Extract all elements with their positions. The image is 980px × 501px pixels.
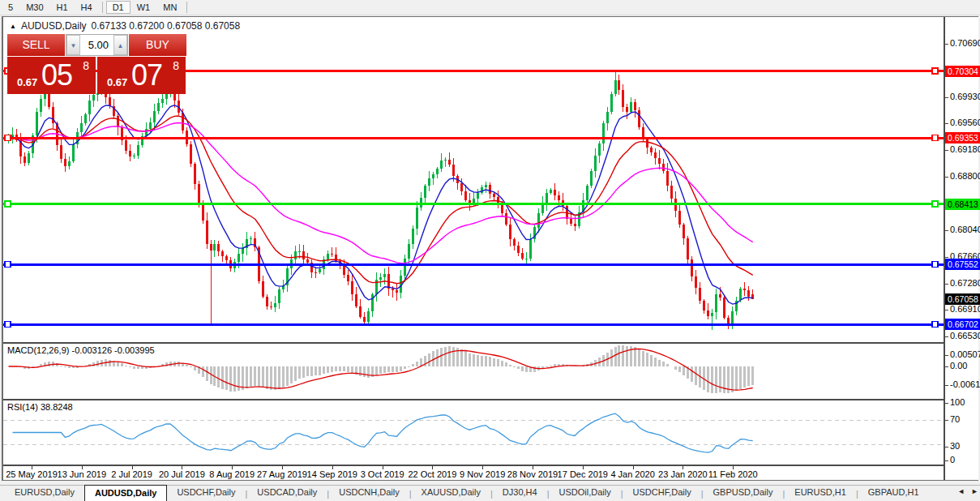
price-level-badge: 0.67058 [945, 293, 980, 305]
chart-tab-usdcnh-daily[interactable]: USDCNH,Daily [329, 485, 409, 501]
toolbar-separator [186, 2, 187, 13]
date-label: 25 May 2019 [6, 469, 58, 479]
date-label: 3 Oct 2019 [361, 469, 404, 479]
date-label: 14 Sep 2019 [307, 469, 357, 479]
axis-tick-label: 0.69930 [950, 92, 980, 102]
chart-window: ▲ AUDUSD,Daily 0.67133 0.67200 0.67058 0… [2, 16, 978, 481]
timeframe-d1[interactable]: D1 [106, 1, 131, 14]
volume-spinner: ▼ 5.00 ▲ [66, 34, 128, 56]
sell-price-display[interactable]: 0.67 05 8 [7, 57, 96, 94]
chart-tab-usdchf-daily[interactable]: USDCHF,Daily [167, 485, 245, 501]
date-label: 27 Aug 2019 [257, 469, 307, 479]
chart-tab-eurusd-h1[interactable]: EURUSD,H1 [785, 485, 856, 501]
axis-tick [945, 44, 948, 45]
date-label: 17 Dec 2019 [558, 469, 608, 479]
trading-terminal: 5M30H1H4D1W1MN ▲ AUDUSD,Daily 0.67133 0.… [0, 0, 980, 501]
date-label: 4 Jan 2020 [610, 469, 654, 479]
chart-tab-audusd-daily[interactable]: AUDUSD,Daily [84, 485, 167, 501]
tab-scroll-arrows: ◄ ► [957, 487, 978, 495]
axis-tick-label: 0.66910 [950, 304, 980, 315]
date-axis: 25 May 201913 Jun 20192 Jul 201920 Jul 2… [3, 466, 944, 480]
axis-tick [945, 460, 948, 461]
axis-tick-label: 100 [950, 397, 965, 408]
chart-tab-gbpaud-h1[interactable]: GBPAUD,H1 [858, 485, 929, 501]
collapse-icon[interactable]: ▲ [10, 23, 16, 30]
axis-tick [945, 403, 948, 404]
axis-tick-label: 0.68800 [950, 171, 980, 182]
axis-tick [945, 97, 948, 98]
buy-price-big: 07 [131, 58, 162, 92]
macd-label: MACD(12,26,9) -0.003126 -0.003995 [7, 345, 155, 355]
timeframe-h1[interactable]: H1 [50, 1, 75, 14]
scroll-right-icon[interactable]: ► [971, 487, 978, 495]
toolbar-separator [102, 2, 103, 13]
chart-title: ▲ AUDUSD,Daily 0.67133 0.67200 0.67058 0… [10, 20, 240, 32]
axis-tick [945, 447, 948, 447]
scroll-left-icon[interactable]: ◄ [957, 487, 965, 495]
axis-tick-label: 0.67280 [950, 278, 980, 289]
date-label: 9 Nov 2019 [460, 469, 505, 479]
axis-tick [945, 310, 948, 310]
macd-pane[interactable]: MACD(12,26,9) -0.003126 -0.003995 [3, 344, 944, 399]
timeframe-h4[interactable]: H4 [75, 1, 99, 14]
chart-tab-dj30-h4[interactable]: DJ30,H4 [493, 485, 547, 501]
axis-tick-label: 0.68040 [950, 225, 980, 235]
date-label: 8 Aug 2019 [209, 469, 255, 479]
axis-tick-label: 0.00 [950, 361, 967, 371]
chart-tab-usdcad-daily[interactable]: USDCAD,Daily [247, 485, 327, 501]
sell-price-big: 05 [41, 58, 72, 92]
axis-tick [945, 385, 948, 386]
chart-panes: ▲ AUDUSD,Daily 0.67133 0.67200 0.67058 0… [3, 17, 944, 480]
chart-tab-eurusd-daily[interactable]: EURUSD,Daily [5, 485, 84, 501]
volume-field[interactable]: 5.00 [80, 35, 113, 55]
chart-tab-bar: EURUSD,DailyAUDUSD,DailyUSDCHF,Daily|USD… [0, 485, 980, 501]
axis-tick-label: 0.69180 [950, 144, 980, 155]
axis-tick-label: -0.006148 [950, 379, 980, 390]
sell-price-sup: 8 [83, 59, 89, 72]
timeframe-mn[interactable]: MN [156, 1, 183, 14]
volume-decrease-icon[interactable]: ▼ [66, 35, 80, 55]
axis-tick [945, 230, 948, 231]
buy-button[interactable]: BUY [129, 34, 186, 56]
timeframe-w1[interactable]: W1 [131, 1, 157, 14]
date-label: 28 Nov 2019 [507, 469, 558, 479]
buy-price-display[interactable]: 0.67 07 8 [97, 57, 186, 94]
axis-tick-label: 0.69560 [950, 118, 980, 128]
buy-price-sup: 8 [173, 59, 179, 72]
price-level-badge: 0.68413 [945, 199, 980, 210]
volume-increase-icon[interactable]: ▲ [113, 35, 127, 55]
buy-price-prefix: 0.67 [107, 76, 127, 88]
price-level-badge: 0.70304 [945, 66, 980, 77]
date-label: 13 Jun 2019 [58, 469, 107, 479]
axis-tick [945, 257, 948, 258]
ohlc-values: 0.67133 0.67200 0.67058 0.67058 [92, 20, 241, 32]
axis-tick [945, 355, 948, 356]
axis-tick [945, 123, 948, 124]
axis-tick [945, 366, 948, 367]
sell-button[interactable]: SELL [7, 34, 65, 56]
symbol-label: AUDUSD,Daily [21, 20, 87, 32]
chart-tab-xauusd-daily[interactable]: XAUUSD,Daily [412, 485, 490, 501]
timeframe-5[interactable]: 5 [2, 1, 19, 14]
chart-tab-gbpusd-daily[interactable]: GBPUSD,Daily [704, 485, 783, 501]
date-label: 20 Jul 2019 [159, 469, 205, 479]
axis-tick-label: 0.005076 [950, 349, 980, 360]
date-label: 11 Feb 2020 [708, 469, 758, 479]
price-pane[interactable]: ▲ AUDUSD,Daily 0.67133 0.67200 0.67058 0… [3, 17, 944, 342]
axis-tick [945, 177, 948, 178]
axis-tick-label: 0.66530 [950, 331, 980, 341]
rsi-chart [3, 400, 944, 465]
one-click-trading-panel: SELL ▼ 5.00 ▲ BUY 0.67 05 8 [7, 34, 186, 94]
timeframe-m30[interactable]: M30 [19, 1, 49, 14]
chart-tab-usdoil-daily[interactable]: USDOil,Daily [549, 485, 620, 501]
axis-tick [945, 284, 948, 285]
axis-tick-label: 0.70690 [950, 38, 980, 49]
axis-tick [945, 336, 948, 337]
axis-tick [945, 420, 948, 421]
axis-tick [945, 150, 948, 151]
timeframe-toolbar: 5M30H1H4D1W1MN [0, 0, 980, 15]
chart-tab-usdchf-daily[interactable]: USDCHF,Daily [623, 485, 701, 501]
rsi-pane[interactable]: RSI(14) 38.8248 [3, 400, 944, 465]
axis-tick-label: 0 [950, 455, 955, 465]
axis-tick-label: 30 [950, 441, 960, 452]
